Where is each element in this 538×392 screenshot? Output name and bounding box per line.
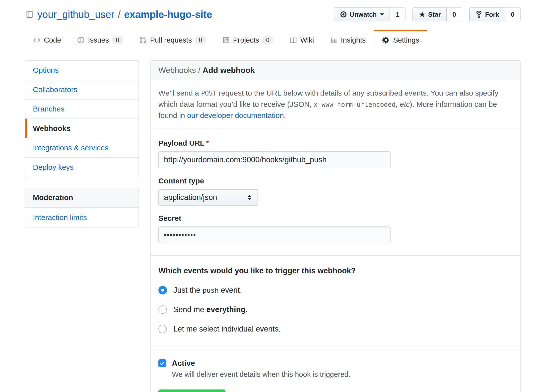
tab-label: Wiki — [300, 36, 314, 44]
sidebar-item-integrations-services[interactable]: Integrations & services — [25, 138, 138, 157]
tab-issues[interactable]: Issues 0 — [69, 30, 131, 50]
sidebar-item-interaction-limits[interactable]: Interaction limits — [25, 208, 138, 227]
repo-header: your_github_user / example-hugo-site Unw… — [25, 0, 521, 21]
graph-icon — [330, 36, 338, 44]
option-bold-everything: everything — [206, 305, 246, 314]
tab-pull-requests[interactable]: Pull requests 0 — [131, 30, 214, 50]
breadcrumb-current: Add webhook — [202, 66, 255, 75]
wiki-icon — [289, 36, 297, 44]
project-icon — [222, 36, 230, 44]
tab-label: Issues — [88, 36, 109, 44]
sidebar-item-branches[interactable]: Branches — [25, 99, 138, 118]
active-checkbox-row[interactable]: Active — [158, 359, 513, 368]
description-etc: etc — [400, 100, 410, 108]
tab-projects[interactable]: Projects 0 — [214, 30, 281, 50]
tab-label: Insights — [341, 36, 366, 44]
content-type-select[interactable]: application/json — [158, 189, 258, 206]
star-label: Star — [428, 11, 441, 18]
radio-selected-icon[interactable] — [158, 286, 167, 294]
tab-label: Settings — [393, 36, 419, 44]
pull-request-icon — [139, 36, 147, 44]
event-option-just-push[interactable]: Just the push event. — [158, 286, 513, 295]
caret-down-icon — [380, 13, 384, 16]
breadcrumb-separator: / — [196, 66, 203, 75]
description-text: We’ll send a — [158, 89, 201, 97]
tab-insights[interactable]: Insights — [322, 30, 374, 50]
active-label: Active — [172, 359, 195, 368]
repo-nav: Code Issues 0 Pull requests 0 — [0, 30, 538, 50]
fork-label: Fork — [485, 11, 499, 18]
issue-icon — [77, 36, 85, 44]
fork-count[interactable]: 0 — [505, 7, 521, 21]
event-option-everything[interactable]: Send me everything. — [158, 305, 513, 314]
unwatch-button[interactable]: Unwatch — [334, 7, 390, 21]
select-arrows-icon — [247, 194, 253, 200]
required-asterisk: * — [206, 139, 209, 147]
breadcrumb: Webhooks / Add webhook — [151, 61, 520, 80]
content-type-label: Content type — [158, 177, 513, 185]
payload-url-field-group: Payload URL* — [158, 139, 513, 168]
content-type-field-group: Content type application/json — [158, 177, 513, 206]
secret-field-group: Secret — [158, 214, 513, 243]
payload-url-label: Payload URL* — [158, 139, 513, 147]
repo-separator: / — [118, 9, 121, 20]
repo-icon — [25, 10, 34, 19]
fork-icon — [475, 11, 483, 18]
option-text: Send me — [173, 305, 206, 314]
projects-counter: 0 — [262, 36, 273, 44]
tab-label: Code — [44, 36, 61, 44]
webhook-events-section: Which events would you like to trigger t… — [151, 256, 520, 349]
repo-name-link[interactable]: example-hugo-site — [124, 9, 212, 20]
option-text: Just the — [173, 286, 202, 294]
sidebar-item-collaborators[interactable]: Collaborators — [25, 80, 138, 99]
radio-icon[interactable] — [158, 305, 167, 314]
developer-documentation-link[interactable]: our developer documentation — [187, 111, 284, 119]
description-text: , — [396, 100, 400, 108]
radio-icon[interactable] — [158, 325, 167, 333]
settings-menu: Options Collaborators Branches Webhooks … — [25, 60, 139, 177]
payload-url-label-text: Payload URL — [158, 139, 204, 147]
webhook-description: We’ll send a POST request to the URL bel… — [158, 87, 513, 121]
event-option-label: Send me everything. — [173, 305, 248, 314]
secret-input[interactable] — [158, 226, 391, 243]
event-option-individual[interactable]: Let me select individual events. — [158, 325, 513, 334]
pull-requests-counter: 0 — [195, 36, 206, 44]
option-code-push: push — [202, 286, 219, 294]
description-code-urlencoded: x-www-form-urlencoded — [314, 101, 396, 108]
watch-count[interactable]: 1 — [390, 7, 405, 21]
option-text: . — [245, 305, 248, 314]
fork-group: Fork 0 — [469, 7, 521, 21]
checkbox-checked-icon[interactable] — [158, 359, 166, 367]
star-button[interactable]: ★ Star — [412, 7, 447, 21]
star-count[interactable]: 0 — [447, 7, 462, 21]
tab-wiki[interactable]: Wiki — [281, 30, 322, 50]
code-icon — [33, 36, 41, 44]
eye-icon — [340, 11, 347, 18]
issues-counter: 0 — [112, 36, 123, 44]
webhook-description-section: We’ll send a POST request to the URL bel… — [151, 80, 520, 128]
unwatch-label: Unwatch — [350, 11, 377, 18]
tab-settings[interactable]: Settings — [374, 30, 427, 50]
add-webhook-button[interactable]: Add webhook — [158, 390, 225, 392]
gear-icon — [382, 36, 390, 44]
description-code-post: POST — [201, 90, 217, 97]
payload-url-input[interactable] — [158, 151, 391, 168]
sidebar-item-deploy-keys[interactable]: Deploy keys — [25, 157, 138, 177]
add-webhook-panel: Webhooks / Add webhook We’ll send a POST… — [150, 60, 521, 392]
active-description: We will deliver event details when this … — [172, 370, 513, 379]
webhook-form-section: Payload URL* Content type application/js… — [151, 128, 520, 256]
sidebar-item-options[interactable]: Options — [25, 61, 138, 80]
moderation-menu: Moderation Interaction limits — [25, 188, 139, 227]
breadcrumb-webhooks[interactable]: Webhooks — [158, 66, 196, 75]
tab-label: Projects — [233, 36, 259, 44]
option-text: event. — [219, 286, 242, 294]
repo-owner-link[interactable]: your_github_user — [37, 9, 114, 20]
fork-button[interactable]: Fork — [469, 7, 505, 21]
tab-label: Pull requests — [150, 36, 192, 44]
moderation-header: Moderation — [25, 188, 138, 208]
event-option-label: Let me select individual events. — [173, 325, 281, 334]
repo-actions: Unwatch 1 ★ Star 0 — [334, 7, 521, 21]
tab-code[interactable]: Code — [25, 30, 69, 50]
repo-title: your_github_user / example-hugo-site — [25, 9, 212, 20]
sidebar-item-webhooks[interactable]: Webhooks — [25, 118, 138, 138]
